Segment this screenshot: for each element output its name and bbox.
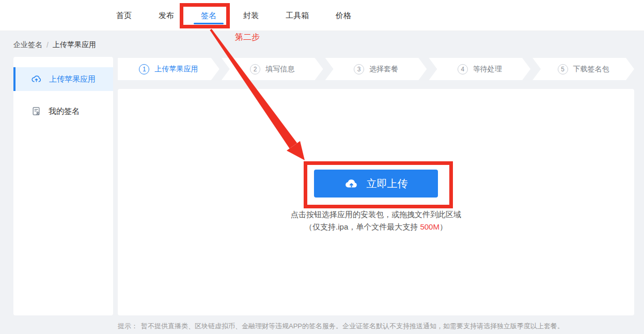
step-label: 填写信息 — [265, 65, 294, 74]
step-label: 等待处理 — [473, 65, 502, 74]
breadcrumb-parent[interactable]: 企业签名 — [13, 40, 42, 50]
breadcrumb-separator: / — [46, 41, 49, 49]
step-4-wait-processing: 4 等待处理 — [429, 58, 530, 80]
cloud-upload-icon — [31, 74, 42, 85]
tip-text: 暂不提供直播类、区块链虚拟币、金融理财等违规APP的签名服务。企业证签名默认不支… — [141, 322, 564, 330]
upload-dropzone-panel[interactable]: 立即上传 点击按钮选择应用的安装包，或拖拽文件到此区域 （仅支持.ipa，单个文… — [118, 89, 634, 315]
breadcrumb: 企业签名 / 上传苹果应用 — [13, 40, 96, 50]
upload-hint-line2: （仅支持.ipa，单个文件最大支持 500M） — [118, 222, 634, 232]
sidebar-item-my-signatures[interactable]: 我的签名 — [13, 99, 113, 123]
step-number: 2 — [250, 64, 260, 74]
sidebar: 上传苹果应用 我的签名 — [13, 57, 113, 315]
step-3-choose-plan: 3 选择套餐 — [325, 58, 427, 80]
sidebar-item-upload-app[interactable]: 上传苹果应用 — [13, 67, 113, 91]
step-5-download-package: 5 下载签名包 — [532, 58, 634, 80]
step-label: 选择套餐 — [369, 65, 398, 74]
step-number: 3 — [354, 64, 364, 74]
tab-toolbox[interactable]: 工具箱 — [285, 0, 310, 31]
main-nav: 首页 发布 签名 封装 工具箱 价格 — [115, 0, 352, 31]
upload-hint-line1: 点击按钮选择应用的安装包，或拖拽文件到此区域 — [118, 210, 634, 220]
step-number: 5 — [558, 64, 568, 74]
step-wizard: 1 上传苹果应用 2 填写信息 3 选择套餐 4 等待处理 5 下载签名包 — [118, 58, 634, 80]
tab-signature[interactable]: 签名 — [200, 0, 217, 31]
cloud-upload-filled-icon — [344, 177, 358, 191]
top-header: 首页 发布 签名 封装 工具箱 价格 — [0, 0, 644, 31]
max-size-value: 500M — [420, 222, 439, 231]
sidebar-item-label: 上传苹果应用 — [49, 74, 96, 84]
page: 首页 发布 签名 封装 工具箱 价格 企业签名 / 上传苹果应用 上传苹果应用 — [0, 0, 644, 334]
tab-home[interactable]: 首页 — [115, 0, 133, 31]
step-2-fill-info: 2 填写信息 — [222, 58, 323, 80]
signature-doc-icon — [31, 106, 41, 116]
sidebar-item-label: 我的签名 — [49, 107, 80, 116]
tip-label: 提示： — [118, 322, 138, 330]
step-number: 1 — [139, 64, 149, 74]
hint2-prefix: （仅支持.ipa，单个文件最大支持 — [305, 222, 420, 231]
tab-publish[interactable]: 发布 — [158, 0, 175, 31]
hint2-suffix: ） — [439, 222, 447, 231]
footer-tip: 提示：暂不提供直播类、区块链虚拟币、金融理财等违规APP的签名服务。企业证签名默… — [118, 322, 564, 331]
breadcrumb-current: 上传苹果应用 — [53, 40, 96, 50]
step-label: 下载签名包 — [573, 65, 609, 74]
tab-package[interactable]: 封装 — [242, 0, 260, 31]
upload-now-button[interactable]: 立即上传 — [314, 170, 438, 198]
annotation-step-note: 第二步 — [235, 32, 260, 43]
step-number: 4 — [458, 64, 468, 74]
step-1-upload: 1 上传苹果应用 — [118, 58, 219, 80]
upload-button-label: 立即上传 — [367, 177, 408, 191]
step-label: 上传苹果应用 — [154, 65, 198, 74]
tab-price[interactable]: 价格 — [335, 0, 352, 31]
